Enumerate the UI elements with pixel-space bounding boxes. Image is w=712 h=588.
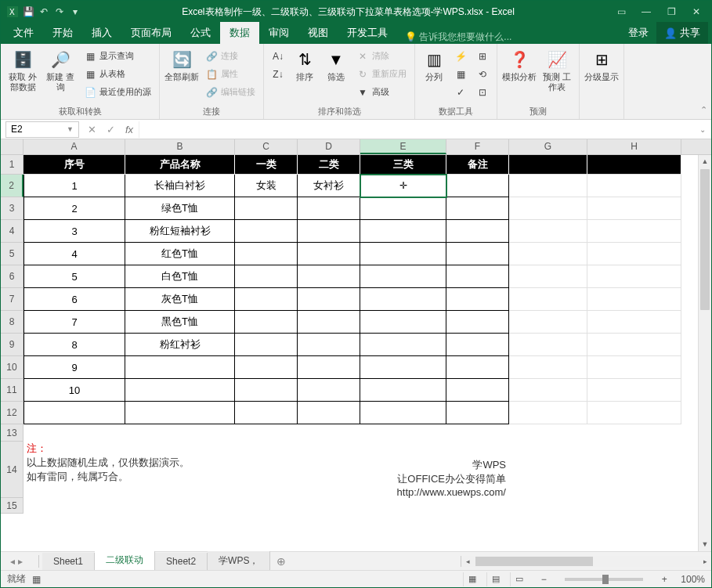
- cell[interactable]: [509, 311, 587, 334]
- show-queries-button[interactable]: ▦显示查询: [81, 48, 154, 64]
- undo-icon[interactable]: ↶: [37, 5, 51, 19]
- data-cell[interactable]: 黑色T恤: [125, 311, 235, 334]
- data-cell[interactable]: [298, 220, 360, 243]
- data-cell[interactable]: [446, 379, 509, 402]
- formula-input[interactable]: [139, 121, 694, 138]
- scroll-down-icon[interactable]: ▼: [699, 538, 711, 551]
- cell[interactable]: [587, 197, 681, 220]
- cell[interactable]: [587, 175, 681, 197]
- data-cell[interactable]: 5: [23, 265, 125, 288]
- view-normal-icon[interactable]: ▦: [463, 572, 480, 586]
- cell[interactable]: [360, 424, 446, 442]
- data-cell[interactable]: 7: [23, 311, 125, 334]
- cell[interactable]: [446, 402, 509, 424]
- data-cell[interactable]: [446, 311, 509, 334]
- scroll-right-icon[interactable]: ▸: [699, 556, 711, 567]
- cell[interactable]: [446, 498, 509, 514]
- cell[interactable]: [587, 402, 681, 424]
- header-cell[interactable]: 二类: [298, 155, 360, 175]
- data-cell[interactable]: [298, 334, 360, 356]
- cell[interactable]: [509, 288, 587, 311]
- advanced-filter-button[interactable]: ▼高级: [353, 84, 410, 100]
- cell[interactable]: [360, 402, 446, 424]
- data-cell[interactable]: [360, 220, 446, 243]
- sort-az-button[interactable]: A↓: [269, 48, 287, 64]
- data-cell[interactable]: 8: [23, 334, 125, 356]
- col-header-E[interactable]: E: [360, 139, 446, 154]
- data-cell[interactable]: 红色T恤: [125, 243, 235, 265]
- tab-file[interactable]: 文件: [4, 22, 43, 44]
- data-cell[interactable]: [235, 356, 298, 379]
- cell[interactable]: [509, 197, 587, 220]
- col-header-C[interactable]: C: [235, 139, 298, 154]
- minimize-icon[interactable]: —: [634, 2, 658, 21]
- connections-button[interactable]: 🔗连接: [202, 48, 258, 64]
- fx-icon[interactable]: fx: [120, 124, 139, 135]
- header-cell[interactable]: 序号: [23, 155, 125, 175]
- col-header-A[interactable]: A: [23, 139, 125, 154]
- sort-button[interactable]: ⇅排序: [291, 46, 319, 82]
- data-cell[interactable]: [360, 311, 446, 334]
- cell[interactable]: [23, 402, 125, 424]
- zoom-level[interactable]: 100%: [681, 574, 705, 585]
- data-cell[interactable]: [235, 334, 298, 356]
- cell[interactable]: [23, 424, 125, 442]
- data-cell[interactable]: [235, 311, 298, 334]
- data-cell[interactable]: [446, 334, 509, 356]
- redo-icon[interactable]: ↷: [52, 5, 67, 19]
- data-cell[interactable]: [298, 311, 360, 334]
- data-cell[interactable]: 9: [23, 356, 125, 379]
- data-cell[interactable]: 1: [23, 175, 125, 197]
- data-cell[interactable]: [446, 220, 509, 243]
- qat-more-icon[interactable]: ▾: [68, 5, 82, 19]
- cell[interactable]: [587, 288, 681, 311]
- confirm-formula-icon[interactable]: ✓: [101, 124, 120, 135]
- data-cell[interactable]: [235, 379, 298, 402]
- get-external-data-button[interactable]: 🗄️获取 外部数据: [5, 46, 40, 92]
- data-cell[interactable]: [360, 379, 446, 402]
- sheet-tab-active[interactable]: 二级联动: [95, 550, 155, 572]
- col-header-B[interactable]: B: [125, 139, 235, 154]
- tab-review[interactable]: 审阅: [259, 22, 298, 44]
- vertical-scrollbar[interactable]: ▲ ▼: [698, 155, 711, 551]
- data-cell[interactable]: 灰色T恤: [125, 288, 235, 311]
- row-header[interactable]: 9: [1, 334, 23, 356]
- brand-link[interactable]: http://www.xuewps.com/: [397, 486, 506, 498]
- cell[interactable]: [235, 498, 298, 514]
- data-cell[interactable]: 粉红衬衫: [125, 334, 235, 356]
- tab-nav[interactable]: ◂ ▸: [1, 556, 32, 567]
- cell[interactable]: [298, 402, 360, 424]
- cell[interactable]: [587, 442, 681, 498]
- restore-icon[interactable]: ❐: [660, 2, 683, 21]
- data-cell[interactable]: [446, 288, 509, 311]
- col-header-G[interactable]: G: [509, 139, 587, 154]
- remove-dup-button[interactable]: ▦: [451, 66, 470, 82]
- name-box[interactable]: E2▼: [5, 121, 79, 138]
- cell[interactable]: [587, 498, 681, 514]
- col-header-F[interactable]: F: [446, 139, 509, 154]
- tab-data[interactable]: 数据: [220, 22, 259, 44]
- data-cell[interactable]: 女装: [235, 175, 298, 197]
- row-header[interactable]: 13: [1, 424, 23, 442]
- cell[interactable]: [587, 379, 681, 402]
- outline-button[interactable]: ⊞分级显示: [584, 46, 619, 82]
- login-button[interactable]: 登录: [620, 22, 656, 44]
- horizontal-scrollbar[interactable]: ◂ ▸: [461, 556, 711, 567]
- cell[interactable]: [509, 265, 587, 288]
- cell[interactable]: [509, 402, 587, 424]
- data-cell[interactable]: [446, 265, 509, 288]
- data-cell[interactable]: [446, 356, 509, 379]
- cell[interactable]: [587, 334, 681, 356]
- data-cell[interactable]: [235, 243, 298, 265]
- cell[interactable]: [587, 220, 681, 243]
- cell[interactable]: [446, 424, 509, 442]
- cell[interactable]: [509, 243, 587, 265]
- data-cell[interactable]: [298, 197, 360, 220]
- data-cell[interactable]: [360, 197, 446, 220]
- data-cell[interactable]: [298, 379, 360, 402]
- data-cell[interactable]: [235, 197, 298, 220]
- cell[interactable]: [509, 175, 587, 197]
- data-cell[interactable]: 6: [23, 288, 125, 311]
- scroll-up-icon[interactable]: ▲: [699, 155, 711, 168]
- add-sheet-button[interactable]: ⊕: [270, 555, 292, 568]
